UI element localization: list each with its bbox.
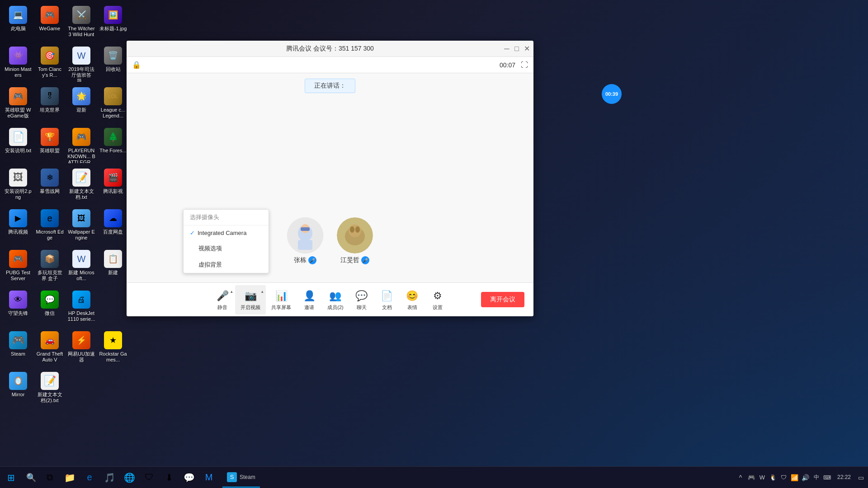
icon-league1[interactable]: LOL League c...Legend... — [97, 84, 129, 124]
icon-steam[interactable]: 🎮 Steam — [2, 328, 34, 368]
icon-uu[interactable]: ⚡ 网易UU加速器 — [66, 328, 97, 368]
icon-newdoc[interactable]: 📝 新建文本文档.txt — [66, 165, 97, 206]
icon-welcome[interactable]: 🌟 迎新 — [66, 84, 97, 124]
system-clock[interactable]: 22:22 — [833, 474, 855, 481]
word2-icon-img: W — [72, 250, 90, 268]
icon-heroes2[interactable]: 🏆 英雄联盟 — [34, 124, 66, 165]
taskbar-browser2[interactable]: 🌐 — [119, 467, 139, 488]
invite-button-group[interactable]: 👤 邀请 — [297, 285, 322, 314]
icon-new[interactable]: 📋 新建 — [97, 246, 129, 287]
meeting-window: 腾讯会议 会议号：351 157 300 ─ □ ✕ 🔒 00:07 ⛶ 正在讲… — [127, 41, 533, 316]
tank-icon-label: 坦克世界 — [40, 107, 60, 113]
speaking-banner: 正在讲话： — [305, 79, 355, 93]
icon-newdoc2[interactable]: 📝 新建文本文档(2).txt — [34, 368, 66, 409]
tray-input[interactable]: 中 — [811, 467, 822, 488]
icon-word2[interactable]: W 新建 Microsoft... — [66, 246, 97, 287]
icon-gta[interactable]: 🚗 Grand Theft Auto V — [34, 328, 66, 368]
icon-mirror[interactable]: 🪞 Mirror — [2, 368, 34, 409]
taskbar-tencent-meeting[interactable]: M — [199, 467, 219, 488]
search-button[interactable]: 🔍 — [23, 467, 40, 488]
sound-icon: 🔊 — [802, 474, 809, 481]
taskbar-file-explorer[interactable]: 📁 — [60, 467, 80, 488]
share-button-group[interactable]: 📊 共享屏幕 — [266, 285, 297, 314]
taskbar-antivirus[interactable]: 🛡 — [139, 467, 159, 488]
icon-tank[interactable]: 🎖 坦克世界 — [34, 84, 66, 124]
tray-chevron[interactable]: ^ — [735, 467, 746, 488]
tray-more[interactable]: ⌨ — [822, 467, 833, 488]
wegame-icon-label: WeGame — [39, 26, 60, 32]
camera-button-group[interactable]: 📷 ▲ 开启视频 — [235, 285, 266, 314]
icon-install1[interactable]: 📄 安装说明.txt — [2, 124, 34, 165]
mute-button-group[interactable]: 🎤 ▲ 静音 — [210, 285, 235, 314]
icon-forest[interactable]: 🌲 The Fores... — [97, 124, 129, 165]
wechat-icon-label: 微信 — [45, 310, 55, 316]
heroes2-icon-label: 英雄联盟 — [40, 148, 60, 154]
icon-tencent-video[interactable]: ▶ 腾讯视频 — [2, 206, 34, 246]
icon-rockstar[interactable]: ★ Rockstar Games... — [97, 328, 129, 368]
icon-snow[interactable]: ❄ 暴雪战网 — [34, 165, 66, 206]
tray-qq[interactable]: 🐧 — [768, 467, 778, 488]
taskbar-steam-app[interactable]: S Steam — [222, 468, 260, 488]
tray-security[interactable]: 🛡 — [778, 467, 789, 488]
settings-button-group[interactable]: ⚙ 设置 — [425, 285, 450, 314]
maximize-button[interactable]: □ — [514, 46, 520, 52]
icon-minion[interactable]: 👾 Minion Masters — [2, 43, 34, 84]
icon-nj[interactable]: 🖼️ 未标题-1.jpg — [97, 2, 129, 43]
docs-button-group[interactable]: 📄 文档 — [374, 285, 400, 314]
guardian-icon-label: 守望先锋 — [8, 310, 28, 316]
rockstar-icon-img: ★ — [104, 331, 122, 349]
taskbar-music[interactable]: 🎵 — [99, 467, 119, 488]
steam-app-label: Steam — [240, 474, 255, 480]
icon-wegame[interactable]: 🎮 WeGame — [34, 2, 66, 43]
leave-meeting-button[interactable]: 离开会议 — [481, 292, 524, 307]
camera-option-integrated[interactable]: ✓ Integrated Camera — [184, 225, 269, 240]
icon-film[interactable]: 🎬 腾讯影视 — [97, 165, 129, 206]
icon-pubg[interactable]: 🎮 PLAYERUNKNOWN... BATTLEGR... — [66, 124, 97, 165]
icon-install2[interactable]: 🖼 安装说明2.png — [2, 165, 34, 206]
icon-edge[interactable]: e Microsoft Edge — [34, 206, 66, 246]
icon-guardian[interactable]: 👁 守望先锋 — [2, 287, 34, 328]
film-icon-img: 🎬 — [104, 169, 122, 187]
tray-sound[interactable]: 🔊 — [800, 467, 811, 488]
music-icon: 🎵 — [104, 472, 115, 483]
share-icon: 📊 — [274, 289, 288, 303]
film-icon-label: 腾讯影视 — [103, 188, 123, 194]
emoji-button-group[interactable]: 😊 表情 — [400, 285, 425, 314]
show-desktop-button[interactable]: ▭ — [855, 467, 866, 488]
icon-hp[interactable]: 🖨 HP DeskJet 1110 serie... — [66, 287, 97, 328]
icon-tom[interactable]: 🎯 Tom Clancy's R... — [34, 43, 66, 84]
chat-button-group[interactable]: 💬 聊天 — [349, 285, 374, 314]
taskbar-download[interactable]: ⬇ — [159, 467, 179, 488]
close-button[interactable]: ✕ — [524, 46, 530, 52]
icon-trash[interactable]: 🗑️ 回收站 — [97, 43, 129, 84]
fullscreen-button[interactable]: ⛶ — [521, 61, 528, 69]
icon-witcher[interactable]: ⚔️ The Witcher 3 Wild Hunt — [66, 2, 97, 43]
camera-option-virtual[interactable]: 虚拟背景 — [184, 257, 269, 273]
search-icon: 🔍 — [26, 473, 36, 483]
forest-icon-img: 🌲 — [104, 128, 122, 146]
start-button[interactable]: ⊞ — [0, 467, 22, 488]
hp-icon-label: HP DeskJet 1110 serie... — [67, 310, 95, 322]
icon-multicraft[interactable]: 📦 多玩坦克世界 盒子 — [34, 246, 66, 287]
icon-wallpaper[interactable]: 🖼 Wallpaper Engine — [66, 206, 97, 246]
members-button-group[interactable]: 👥 成员(2) — [322, 285, 349, 314]
wegame2-icon-label: 英雄联盟 WeGame版 — [4, 107, 32, 119]
taskbar-wechat[interactable]: 💬 — [179, 467, 199, 488]
camera-icon: 📷 — [243, 289, 258, 303]
mute-label: 静音 — [217, 304, 227, 311]
icon-pubgtest[interactable]: 🎮 PUBG Test Server — [2, 246, 34, 287]
download-icon: ⬇ — [165, 472, 173, 483]
taskbar-edge-browser[interactable]: e — [80, 467, 99, 488]
tray-network[interactable]: 📶 — [789, 467, 800, 488]
tray-wegame[interactable]: W — [757, 467, 768, 488]
tray-game[interactable]: 🎮 — [746, 467, 757, 488]
icon-wechat[interactable]: 💬 微信 — [34, 287, 66, 328]
task-view-button[interactable]: ⧉ — [40, 467, 60, 488]
icon-word1[interactable]: W 2019年司法厅值班答题... — [66, 43, 97, 84]
camera-option-video[interactable]: 视频选项 — [184, 240, 269, 257]
minimize-button[interactable]: ─ — [504, 46, 510, 52]
icon-wegame2[interactable]: 🎮 英雄联盟 WeGame版 — [2, 84, 34, 124]
icon-baidu[interactable]: ☁ 百度网盘 — [97, 206, 129, 246]
icon-pc[interactable]: 💻 此电脑 — [2, 2, 34, 43]
uu-icon-label: 网易UU加速器 — [67, 351, 95, 363]
